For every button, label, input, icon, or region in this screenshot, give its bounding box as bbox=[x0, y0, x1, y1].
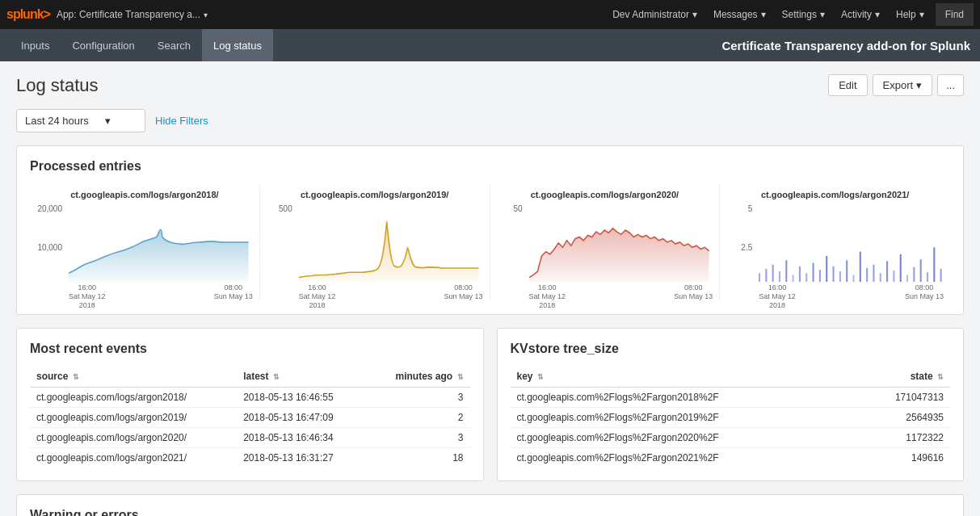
cell-state: 149616 bbox=[852, 448, 950, 468]
col-state[interactable]: state ⇅ bbox=[852, 366, 950, 388]
chart-argon2021: ct.googleapis.com/logs/argon2021/ 5 2.5 bbox=[720, 183, 950, 301]
kvstore-body: ct.googleapis.com%2Flogs%2Fargon2018%2F … bbox=[511, 388, 951, 468]
col-minutes-ago[interactable]: minutes ago ⇅ bbox=[368, 366, 470, 388]
nav-dev-administrator[interactable]: Dev Administrator ▾ bbox=[604, 0, 705, 29]
chart-argon2020-xaxis: 16:00Sat May 122018 08:00Sun May 13 bbox=[529, 282, 713, 301]
sort-state-icon: ⇅ bbox=[937, 373, 944, 381]
table-row: ct.googleapis.com/logs/argon2019/ 2018-0… bbox=[30, 408, 470, 428]
page-header: Log status Edit Export ▾ ... bbox=[16, 74, 964, 96]
chart-argon2020-container: 50 bbox=[497, 204, 713, 301]
table-row: ct.googleapis.com%2Flogs%2Fargon2019%2F … bbox=[511, 408, 951, 428]
warning-panel: Warning or errors bbox=[16, 494, 964, 516]
sort-key-icon: ⇅ bbox=[537, 373, 544, 381]
svg-rect-26 bbox=[934, 247, 936, 282]
time-filter-arrow-icon: ▾ bbox=[105, 115, 111, 127]
processed-entries-title: Processed entries bbox=[30, 159, 950, 174]
table-row: ct.googleapis.com%2Flogs%2Fargon2020%2F … bbox=[511, 428, 951, 448]
nav-activity[interactable]: Activity ▾ bbox=[833, 0, 888, 29]
svg-rect-7 bbox=[805, 273, 807, 282]
cell-source: ct.googleapis.com/logs/argon2018/ bbox=[30, 388, 237, 408]
col-latest[interactable]: latest ⇅ bbox=[237, 366, 368, 388]
page-title: Log status bbox=[16, 75, 828, 96]
col-source[interactable]: source ⇅ bbox=[30, 366, 237, 388]
svg-rect-13 bbox=[846, 260, 848, 282]
two-col-panels: Most recent events source ⇅ latest ⇅ min… bbox=[16, 328, 964, 481]
svg-rect-16 bbox=[866, 268, 868, 282]
sort-source-icon: ⇅ bbox=[73, 373, 79, 381]
svg-rect-20 bbox=[894, 271, 895, 282]
cell-latest: 2018-05-13 16:31:27 bbox=[237, 448, 368, 468]
chart-argon2021-svg bbox=[759, 204, 944, 282]
find-button[interactable]: Find bbox=[936, 3, 974, 26]
warning-title: Warning or errors bbox=[30, 508, 950, 516]
cell-state: 2564935 bbox=[852, 408, 950, 428]
chart-argon2021-xaxis: 16:00Sat May 122018 08:00Sun May 13 bbox=[759, 282, 944, 301]
nav-search[interactable]: Search bbox=[146, 29, 202, 61]
svg-rect-9 bbox=[819, 270, 821, 282]
svg-rect-14 bbox=[853, 275, 855, 282]
sort-minutes-icon: ⇅ bbox=[457, 373, 464, 381]
chart-argon2021-title: ct.googleapis.com/logs/argon2021/ bbox=[726, 190, 944, 199]
kvstore-title: KVstore tree_size bbox=[511, 342, 951, 356]
splunk-logo: splunk> bbox=[6, 7, 50, 22]
edit-button[interactable]: Edit bbox=[828, 74, 867, 96]
svg-rect-18 bbox=[880, 273, 881, 282]
cell-minutes-ago: 18 bbox=[368, 448, 470, 468]
table-row: ct.googleapis.com/logs/argon2020/ 2018-0… bbox=[30, 428, 470, 448]
nav-settings[interactable]: Settings ▾ bbox=[774, 0, 833, 29]
table-row: ct.googleapis.com/logs/argon2021/ 2018-0… bbox=[30, 448, 470, 468]
cell-latest: 2018-05-13 16:46:34 bbox=[237, 428, 368, 448]
svg-rect-22 bbox=[906, 275, 908, 282]
cell-latest: 2018-05-13 16:47:09 bbox=[237, 408, 368, 428]
app-dropdown-icon[interactable]: ▾ bbox=[204, 10, 208, 19]
chart-argon2021-yaxis: 5 2.5 bbox=[726, 204, 755, 282]
most-recent-body: ct.googleapis.com/logs/argon2018/ 2018-0… bbox=[30, 388, 470, 468]
export-button[interactable]: Export ▾ bbox=[873, 74, 933, 96]
col-key[interactable]: key ⇅ bbox=[511, 366, 852, 388]
svg-rect-25 bbox=[927, 272, 928, 282]
cell-key: ct.googleapis.com%2Flogs%2Fargon2019%2F bbox=[511, 408, 852, 428]
app-title: Certificate Transparency add-on for Splu… bbox=[721, 39, 970, 52]
svg-rect-17 bbox=[873, 265, 875, 282]
nav-messages[interactable]: Messages ▾ bbox=[705, 0, 774, 29]
chart-argon2019-svg bbox=[299, 204, 483, 282]
svg-rect-2 bbox=[772, 265, 774, 282]
hide-filters-link[interactable]: Hide Filters bbox=[155, 115, 208, 127]
nav-inputs[interactable]: Inputs bbox=[10, 29, 61, 61]
cell-source: ct.googleapis.com/logs/argon2020/ bbox=[30, 428, 237, 448]
chart-argon2021-container: 5 2.5 bbox=[726, 204, 944, 301]
chart-argon2018-svg bbox=[69, 204, 253, 282]
chart-argon2019-xaxis: 16:00Sat May 122018 08:00Sun May 13 bbox=[299, 282, 483, 301]
svg-rect-27 bbox=[940, 269, 942, 282]
most-recent-table: source ⇅ latest ⇅ minutes ago ⇅ ct.googl… bbox=[30, 366, 470, 468]
charts-row: ct.googleapis.com/logs/argon2018/ 20,000… bbox=[30, 183, 950, 301]
more-button[interactable]: ... bbox=[937, 74, 964, 96]
chart-argon2019-title: ct.googleapis.com/logs/argon2019/ bbox=[267, 190, 483, 199]
time-filter-select[interactable]: Last 24 hours ▾ bbox=[16, 109, 145, 132]
nav-log-status[interactable]: Log status bbox=[202, 29, 273, 61]
svg-rect-21 bbox=[900, 254, 902, 282]
header-actions: Edit Export ▾ ... bbox=[828, 74, 964, 96]
cell-key: ct.googleapis.com%2Flogs%2Fargon2018%2F bbox=[511, 388, 852, 408]
chart-argon2018-container: 20,000 10,000 bbox=[36, 204, 253, 301]
processed-entries-panel: Processed entries ct.googleapis.com/logs… bbox=[16, 145, 964, 315]
chart-argon2020-yaxis: 50 bbox=[497, 204, 526, 282]
svg-rect-12 bbox=[839, 271, 841, 282]
svg-rect-4 bbox=[786, 260, 788, 282]
nav-configuration[interactable]: Configuration bbox=[61, 29, 145, 61]
table-row: ct.googleapis.com/logs/argon2018/ 2018-0… bbox=[30, 388, 470, 408]
svg-rect-3 bbox=[779, 271, 780, 282]
svg-rect-6 bbox=[799, 266, 801, 282]
chart-argon2018-xaxis: 16:00Sat May 122018 08:00Sun May 13 bbox=[69, 282, 253, 301]
cell-key: ct.googleapis.com%2Flogs%2Fargon2021%2F bbox=[511, 448, 852, 468]
chart-argon2019-yaxis: 500 bbox=[267, 204, 296, 282]
svg-rect-1 bbox=[766, 269, 768, 282]
svg-rect-10 bbox=[826, 256, 827, 282]
cell-minutes-ago: 3 bbox=[368, 388, 470, 408]
chart-argon2020-svg bbox=[529, 204, 713, 282]
nav-help[interactable]: Help ▾ bbox=[888, 0, 932, 29]
chart-argon2018: ct.googleapis.com/logs/argon2018/ 20,000… bbox=[30, 183, 260, 301]
most-recent-title: Most recent events bbox=[30, 342, 470, 356]
kvstore-table: key ⇅ state ⇅ ct.googleapis.com%2Flogs%2… bbox=[511, 366, 951, 468]
table-row: ct.googleapis.com%2Flogs%2Fargon2021%2F … bbox=[511, 448, 951, 468]
